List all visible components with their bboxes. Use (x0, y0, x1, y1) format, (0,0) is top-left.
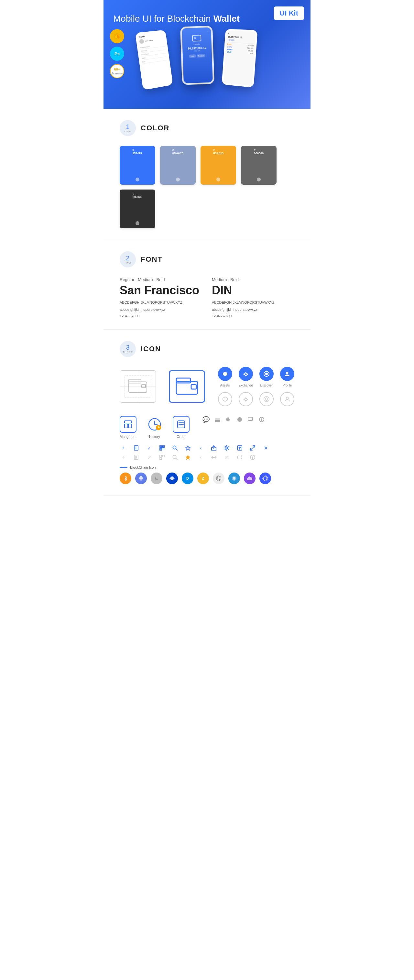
discover-icon-outline (260, 392, 274, 406)
icon-section: 3 THREE ICON (104, 329, 310, 496)
zec-icon: Z (197, 473, 209, 484)
svg-rect-44 (161, 449, 161, 450)
utility-icons-row-2-gray: + ✓ ‹ ✕ (119, 454, 295, 461)
order-icon (173, 416, 189, 433)
comment-icon: 💬 (202, 416, 210, 423)
search-icon-gray (171, 454, 178, 460)
btc-icon: ₿ (119, 473, 131, 484)
assets-icon-outline (218, 392, 232, 406)
svg-rect-47 (163, 450, 163, 450)
swatch-blue: #3574FA (119, 146, 155, 185)
ltc-icon: Ł (151, 473, 162, 484)
checkmark-icon: ✓ (145, 445, 153, 451)
svg-point-16 (264, 396, 269, 402)
swatch-orange: #F5A623 (201, 146, 236, 185)
circle-icon (237, 417, 243, 422)
svg-rect-63 (162, 455, 164, 457)
utility-icons-row-1: + ✓ ‹ ✕ (119, 445, 295, 451)
section-header-font: 2 TWO FONT (119, 251, 295, 267)
profile-icon (280, 367, 295, 381)
wallet-wireframe-icon (119, 370, 156, 402)
section-title-icon: ICON (141, 345, 161, 353)
svg-marker-74 (169, 476, 175, 480)
exchange-icon-outline (239, 392, 253, 406)
nav-icons-filled-row: Assets Exchange Discover (218, 367, 295, 387)
svg-line-66 (176, 458, 178, 460)
blockchain-label: BlockChain Icon (119, 465, 295, 469)
section-number-1: 1 ONE (119, 120, 136, 136)
search-icon (171, 445, 178, 451)
svg-point-11 (265, 372, 268, 375)
star-icon (184, 445, 191, 451)
swatch-dark: #303030 (119, 189, 155, 228)
hero-section: Mobile UI for Blockchain Wallet UI Kit P… (104, 0, 310, 109)
svg-rect-48 (164, 450, 164, 450)
settings-icon (223, 445, 230, 451)
svg-point-78 (233, 477, 236, 480)
share-icon (210, 445, 217, 451)
small-icons-row-1: 💬 (202, 416, 264, 423)
svg-marker-10 (223, 372, 228, 376)
svg-rect-9 (191, 385, 196, 389)
svg-marker-51 (186, 446, 190, 450)
upload-icon (236, 445, 243, 451)
blockchain-label-text: BlockChain Icon (130, 465, 156, 469)
swatch-gray: #666666 (241, 146, 277, 185)
x-icon-gray: ✕ (223, 454, 230, 461)
bnb-icon (260, 473, 271, 484)
svg-rect-6 (142, 384, 145, 387)
nav-icon-exchange-outline (239, 392, 253, 406)
font-grid: Regular · Medium · Bold San Francisco AB… (119, 277, 295, 318)
svg-marker-75 (217, 476, 221, 481)
svg-rect-45 (163, 449, 163, 449)
svg-rect-5 (129, 379, 141, 383)
info-icon (259, 417, 264, 422)
icon-showcase-row: Assets Exchange Discover (119, 367, 295, 406)
small-icons-group: 💬 (202, 416, 264, 423)
waves-icon (166, 473, 178, 484)
stack-icon (215, 417, 221, 422)
color-swatches: #3574FA #8DA0C8 #F5A623 #666666 #303030 (119, 146, 295, 228)
app-icons-row: Mangment History (119, 416, 295, 439)
profile-icon-outline (280, 392, 295, 406)
utility-icons-section: + ✓ ‹ ✕ + ✓ ‹ ✕ (119, 445, 295, 461)
nav-icon-exchange: Exchange (239, 367, 253, 387)
iota-icon (213, 473, 225, 484)
history-icon-group: History (146, 416, 163, 439)
svg-rect-18 (124, 421, 132, 423)
svg-rect-20 (128, 424, 132, 428)
management-icon-group: Mangment (119, 416, 137, 439)
svg-point-15 (265, 398, 268, 401)
svg-line-50 (176, 449, 178, 450)
svg-point-17 (286, 397, 288, 399)
star-icon-active (184, 454, 191, 460)
info-icon-gray (249, 454, 256, 460)
section-title-color: COLOR (141, 124, 169, 132)
matic-icon (244, 473, 256, 484)
color-section: 1 ONE COLOR #3574FA #8DA0C8 #F5A623 #666… (104, 109, 310, 240)
svg-rect-43 (163, 446, 164, 447)
eth-icon (135, 473, 147, 484)
font-sf: Regular · Medium · Bold San Francisco AB… (119, 277, 202, 318)
assets-icon (218, 367, 232, 381)
svg-rect-46 (164, 449, 164, 449)
nav-icons-group: Assets Exchange Discover (218, 367, 295, 406)
section-title-font: FONT (141, 255, 163, 264)
section-header-icon: 3 THREE ICON (119, 341, 295, 357)
wallet-solid-icon (169, 370, 205, 402)
qr-icon-gray (158, 454, 166, 460)
nav-icons-outline-row (218, 392, 295, 406)
svg-rect-19 (124, 424, 128, 428)
checkmark-icon-gray: ✓ (145, 454, 153, 461)
svg-point-30 (237, 417, 242, 422)
dash-icon: D (182, 473, 193, 484)
hero-title: Mobile UI for Blockchain Wallet (113, 13, 301, 25)
svg-rect-28 (215, 420, 220, 421)
document-icon (132, 445, 140, 451)
nav-icon-profile: Profile (280, 367, 295, 387)
qtum-icon (228, 473, 240, 484)
section-header-color: 1 ONE COLOR (119, 120, 295, 136)
svg-point-71 (252, 456, 253, 457)
plus-icon: + (119, 445, 127, 451)
svg-marker-76 (217, 477, 220, 480)
